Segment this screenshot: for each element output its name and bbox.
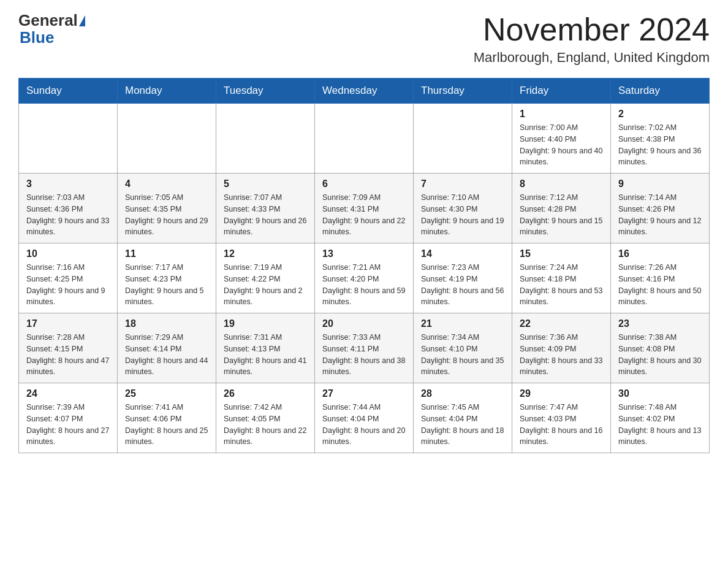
day-number: 26 bbox=[224, 388, 307, 399]
day-info: Sunrise: 7:48 AMSunset: 4:02 PMDaylight:… bbox=[618, 402, 702, 448]
weekday-header-sunday: Sunday bbox=[19, 79, 118, 104]
day-number: 20 bbox=[322, 318, 406, 329]
day-number: 19 bbox=[224, 318, 307, 329]
calendar-cell: 2Sunrise: 7:02 AMSunset: 4:38 PMDaylight… bbox=[611, 104, 710, 174]
logo-general-text: General bbox=[18, 12, 78, 28]
day-number: 4 bbox=[125, 178, 208, 190]
calendar-cell: 12Sunrise: 7:19 AMSunset: 4:22 PMDayligh… bbox=[216, 243, 315, 313]
day-info: Sunrise: 7:02 AMSunset: 4:38 PMDaylight:… bbox=[618, 122, 702, 168]
day-info: Sunrise: 7:05 AMSunset: 4:35 PMDaylight:… bbox=[125, 192, 208, 238]
day-info: Sunrise: 7:12 AMSunset: 4:28 PMDaylight:… bbox=[520, 192, 603, 238]
day-info: Sunrise: 7:19 AMSunset: 4:22 PMDaylight:… bbox=[224, 262, 307, 308]
day-info: Sunrise: 7:38 AMSunset: 4:08 PMDaylight:… bbox=[618, 332, 702, 378]
calendar-cell: 13Sunrise: 7:21 AMSunset: 4:20 PMDayligh… bbox=[315, 243, 414, 313]
calendar-row: 24Sunrise: 7:39 AMSunset: 4:07 PMDayligh… bbox=[19, 383, 710, 453]
calendar-cell: 9Sunrise: 7:14 AMSunset: 4:26 PMDaylight… bbox=[611, 174, 710, 243]
calendar-row: 17Sunrise: 7:28 AMSunset: 4:15 PMDayligh… bbox=[19, 313, 710, 383]
day-info: Sunrise: 7:24 AMSunset: 4:18 PMDaylight:… bbox=[520, 262, 603, 308]
calendar-cell: 23Sunrise: 7:38 AMSunset: 4:08 PMDayligh… bbox=[611, 313, 710, 383]
day-info: Sunrise: 7:17 AMSunset: 4:23 PMDaylight:… bbox=[125, 262, 208, 308]
day-info: Sunrise: 7:41 AMSunset: 4:06 PMDaylight:… bbox=[125, 402, 208, 448]
calendar-table: SundayMondayTuesdayWednesdayThursdayFrid… bbox=[18, 78, 710, 453]
calendar-cell: 17Sunrise: 7:28 AMSunset: 4:15 PMDayligh… bbox=[19, 313, 118, 383]
day-number: 27 bbox=[322, 388, 406, 399]
day-number: 25 bbox=[125, 388, 208, 399]
calendar-cell bbox=[414, 104, 512, 174]
day-number: 18 bbox=[125, 318, 208, 329]
weekday-header-thursday: Thursday bbox=[414, 79, 512, 104]
calendar-row: 1Sunrise: 7:00 AMSunset: 4:40 PMDaylight… bbox=[19, 104, 710, 174]
page-header: General Blue November 2024 Marlborough, … bbox=[18, 12, 710, 66]
day-number: 10 bbox=[26, 248, 110, 259]
calendar-cell: 15Sunrise: 7:24 AMSunset: 4:18 PMDayligh… bbox=[512, 243, 611, 313]
calendar-cell: 7Sunrise: 7:10 AMSunset: 4:30 PMDaylight… bbox=[414, 174, 512, 243]
weekday-header-monday: Monday bbox=[118, 79, 216, 104]
calendar-cell: 20Sunrise: 7:33 AMSunset: 4:11 PMDayligh… bbox=[315, 313, 414, 383]
calendar-cell: 5Sunrise: 7:07 AMSunset: 4:33 PMDaylight… bbox=[216, 174, 315, 243]
calendar-cell: 26Sunrise: 7:42 AMSunset: 4:05 PMDayligh… bbox=[216, 383, 315, 453]
day-info: Sunrise: 7:03 AMSunset: 4:36 PMDaylight:… bbox=[26, 192, 110, 238]
weekday-header-tuesday: Tuesday bbox=[216, 79, 315, 104]
calendar-cell: 8Sunrise: 7:12 AMSunset: 4:28 PMDaylight… bbox=[512, 174, 611, 243]
calendar-cell: 19Sunrise: 7:31 AMSunset: 4:13 PMDayligh… bbox=[216, 313, 315, 383]
calendar-cell: 4Sunrise: 7:05 AMSunset: 4:35 PMDaylight… bbox=[118, 174, 216, 243]
calendar-cell: 28Sunrise: 7:45 AMSunset: 4:04 PMDayligh… bbox=[414, 383, 512, 453]
day-number: 29 bbox=[520, 388, 603, 399]
month-title: November 2024 bbox=[474, 12, 710, 47]
day-info: Sunrise: 7:44 AMSunset: 4:04 PMDaylight:… bbox=[322, 402, 406, 448]
day-info: Sunrise: 7:34 AMSunset: 4:10 PMDaylight:… bbox=[421, 332, 504, 378]
day-number: 14 bbox=[421, 248, 504, 259]
day-number: 17 bbox=[26, 318, 110, 329]
day-info: Sunrise: 7:31 AMSunset: 4:13 PMDaylight:… bbox=[224, 332, 307, 378]
day-info: Sunrise: 7:33 AMSunset: 4:11 PMDaylight:… bbox=[322, 332, 406, 378]
day-info: Sunrise: 7:29 AMSunset: 4:14 PMDaylight:… bbox=[125, 332, 208, 378]
logo-blue-text: Blue bbox=[20, 28, 54, 47]
day-number: 3 bbox=[26, 178, 110, 190]
day-info: Sunrise: 7:47 AMSunset: 4:03 PMDaylight:… bbox=[520, 402, 603, 448]
day-number: 23 bbox=[618, 318, 702, 329]
day-info: Sunrise: 7:16 AMSunset: 4:25 PMDaylight:… bbox=[26, 262, 110, 308]
calendar-cell bbox=[118, 104, 216, 174]
day-number: 7 bbox=[421, 178, 504, 190]
calendar-cell bbox=[315, 104, 414, 174]
day-number: 16 bbox=[618, 248, 702, 259]
logo-triangle-icon bbox=[79, 15, 85, 26]
calendar-cell: 24Sunrise: 7:39 AMSunset: 4:07 PMDayligh… bbox=[19, 383, 118, 453]
day-number: 21 bbox=[421, 318, 504, 329]
day-info: Sunrise: 7:42 AMSunset: 4:05 PMDaylight:… bbox=[224, 402, 307, 448]
calendar-cell: 14Sunrise: 7:23 AMSunset: 4:19 PMDayligh… bbox=[414, 243, 512, 313]
calendar-cell: 25Sunrise: 7:41 AMSunset: 4:06 PMDayligh… bbox=[118, 383, 216, 453]
calendar-cell: 1Sunrise: 7:00 AMSunset: 4:40 PMDaylight… bbox=[512, 104, 611, 174]
day-info: Sunrise: 7:14 AMSunset: 4:26 PMDaylight:… bbox=[618, 192, 702, 238]
day-number: 5 bbox=[224, 178, 307, 190]
day-info: Sunrise: 7:07 AMSunset: 4:33 PMDaylight:… bbox=[224, 192, 307, 238]
location-subtitle: Marlborough, England, United Kingdom bbox=[474, 50, 710, 66]
day-number: 28 bbox=[421, 388, 504, 399]
day-number: 9 bbox=[618, 178, 702, 190]
day-number: 11 bbox=[125, 248, 208, 259]
day-number: 30 bbox=[618, 388, 702, 399]
day-info: Sunrise: 7:00 AMSunset: 4:40 PMDaylight:… bbox=[520, 122, 603, 168]
calendar-cell: 27Sunrise: 7:44 AMSunset: 4:04 PMDayligh… bbox=[315, 383, 414, 453]
weekday-header-saturday: Saturday bbox=[611, 79, 710, 104]
calendar-cell bbox=[216, 104, 315, 174]
calendar-header-row: SundayMondayTuesdayWednesdayThursdayFrid… bbox=[19, 79, 710, 104]
calendar-cell: 21Sunrise: 7:34 AMSunset: 4:10 PMDayligh… bbox=[414, 313, 512, 383]
day-number: 12 bbox=[224, 248, 307, 259]
day-number: 6 bbox=[322, 178, 406, 190]
day-number: 8 bbox=[520, 178, 603, 190]
calendar-cell: 16Sunrise: 7:26 AMSunset: 4:16 PMDayligh… bbox=[611, 243, 710, 313]
day-info: Sunrise: 7:21 AMSunset: 4:20 PMDaylight:… bbox=[322, 262, 406, 308]
day-info: Sunrise: 7:36 AMSunset: 4:09 PMDaylight:… bbox=[520, 332, 603, 378]
day-info: Sunrise: 7:26 AMSunset: 4:16 PMDaylight:… bbox=[618, 262, 702, 308]
day-info: Sunrise: 7:09 AMSunset: 4:31 PMDaylight:… bbox=[322, 192, 406, 238]
day-number: 15 bbox=[520, 248, 603, 259]
calendar-cell: 11Sunrise: 7:17 AMSunset: 4:23 PMDayligh… bbox=[118, 243, 216, 313]
calendar-cell: 18Sunrise: 7:29 AMSunset: 4:14 PMDayligh… bbox=[118, 313, 216, 383]
calendar-cell: 3Sunrise: 7:03 AMSunset: 4:36 PMDaylight… bbox=[19, 174, 118, 243]
day-number: 13 bbox=[322, 248, 406, 259]
calendar-row: 10Sunrise: 7:16 AMSunset: 4:25 PMDayligh… bbox=[19, 243, 710, 313]
day-info: Sunrise: 7:45 AMSunset: 4:04 PMDaylight:… bbox=[421, 402, 504, 448]
day-number: 22 bbox=[520, 318, 603, 329]
day-number: 24 bbox=[26, 388, 110, 399]
